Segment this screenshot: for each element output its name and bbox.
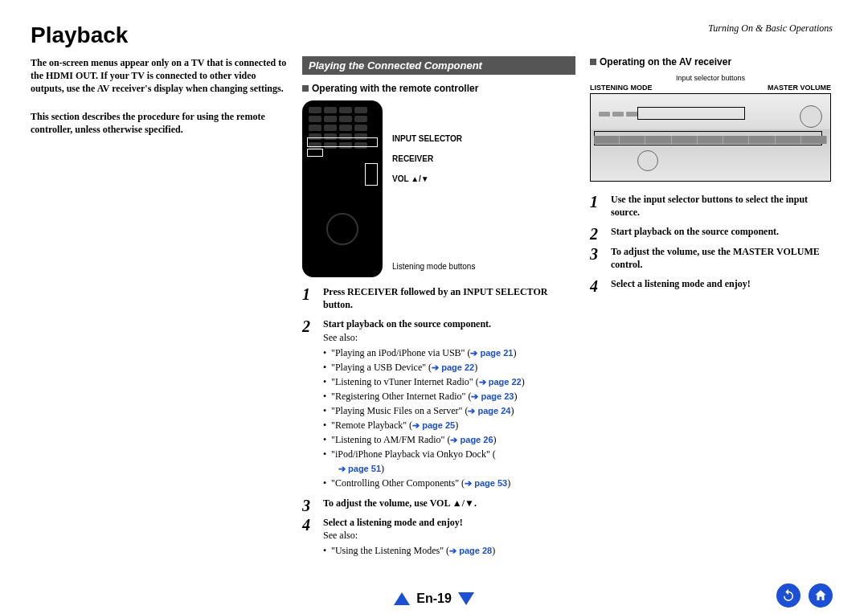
- step-3: To adjust the volume, use VOL ▲/▼.: [302, 497, 575, 510]
- next-page-icon[interactable]: [458, 592, 474, 605]
- page-link[interactable]: ➔ page 26: [450, 435, 493, 444]
- page-link[interactable]: ➔ page 23: [471, 391, 514, 401]
- bullet-item: "Listening to AM/FM Radio" (➔ page 26): [323, 432, 575, 447]
- column-remote: Playing the Connected Component Operatin…: [302, 56, 575, 564]
- rstep-1: Use the input selector buttons to select…: [590, 193, 831, 219]
- bullet-item: "Using the Listening Modes" (➔ page 28): [323, 543, 575, 558]
- square-bullet-icon: [302, 85, 309, 92]
- page-link[interactable]: ➔ page 28: [449, 546, 492, 555]
- sub-heading-receiver: Operating on the AV receiver: [590, 56, 831, 68]
- note-hdmi: The on-screen menus appear only on a TV …: [31, 56, 288, 96]
- section-heading: Playing the Connected Component: [302, 56, 575, 75]
- page-link[interactable]: ➔ page 22: [479, 377, 522, 387]
- panel-label-right: MASTER VOLUME: [768, 84, 831, 92]
- remote-illustration: [302, 100, 383, 277]
- callout-receiver: RECEIVER: [392, 154, 475, 163]
- page-number: En-19: [416, 591, 452, 606]
- callout-vol: VOL ▲/▼: [392, 174, 475, 183]
- page-link[interactable]: ➔ page 22: [432, 362, 474, 372]
- page-link[interactable]: ➔ page 25: [412, 420, 455, 430]
- panel-label-top: Input selector buttons: [590, 74, 831, 82]
- step-4: Select a listening mode and enjoy! See a…: [302, 516, 575, 558]
- steps-receiver: Use the input selector buttons to select…: [590, 193, 831, 290]
- square-bullet-icon: [590, 59, 596, 65]
- rstep-2: Start playback on the source component.: [590, 225, 831, 238]
- callout-input-selector: INPUT SELECTOR: [392, 134, 475, 143]
- bullet-item: "Remote Playback" (➔ page 25): [323, 418, 575, 432]
- note-remote: This section describes the procedure for…: [31, 110, 288, 136]
- back-icon[interactable]: [776, 583, 800, 608]
- panel-label-left: LISTENING MODE: [590, 84, 653, 92]
- bullet-item: "Playing an iPod/iPhone via USB" (➔ page…: [323, 346, 575, 360]
- step-1: Press RECEIVER followed by an INPUT SELE…: [302, 285, 575, 311]
- remote-callouts: INPUT SELECTOR RECEIVER VOL ▲/▼ Listenin…: [392, 100, 475, 277]
- step-2: Start playback on the source component. …: [302, 317, 575, 489]
- page-link[interactable]: ➔ page 21: [470, 348, 513, 358]
- column-receiver: Operating on the AV receiver Input selec…: [590, 56, 831, 564]
- rstep-3: To adjust the volume, use the MASTER VOL…: [590, 245, 831, 271]
- bullet-item: "Controlling Other Components" (➔ page 5…: [323, 476, 575, 490]
- sub-heading-remote: Operating with the remote controller: [302, 83, 575, 94]
- bullet-item: "Registering Other Internet Radio" (➔ pa…: [323, 389, 575, 403]
- bullet-item: "Playing Music Files on a Server" (➔ pag…: [323, 403, 575, 418]
- steps-remote: Press RECEIVER followed by an INPUT SELE…: [302, 285, 575, 558]
- bullet-item: "Playing a USB Device" (➔ page 22): [323, 360, 575, 375]
- callout-listening-mode: Listening mode buttons: [392, 262, 475, 271]
- rstep-4: Select a listening mode and enjoy!: [590, 277, 831, 290]
- page-link[interactable]: ➔ page 51: [338, 464, 381, 473]
- page-link[interactable]: ➔ page 53: [465, 478, 507, 488]
- column-intro: The on-screen menus appear only on a TV …: [31, 56, 288, 564]
- page-footer: En-19: [0, 591, 868, 606]
- home-icon[interactable]: [809, 583, 833, 608]
- prev-page-icon[interactable]: [394, 592, 410, 605]
- bullet-item: "iPod/iPhone Playback via Onkyo Dock" ( …: [323, 447, 575, 476]
- receiver-illustration: [590, 93, 831, 182]
- breadcrumb: Turning On & Basic Operations: [708, 23, 833, 35]
- page-link[interactable]: ➔ page 24: [468, 406, 510, 415]
- bullet-item: "Listening to vTuner Internet Radio" (➔ …: [323, 375, 575, 389]
